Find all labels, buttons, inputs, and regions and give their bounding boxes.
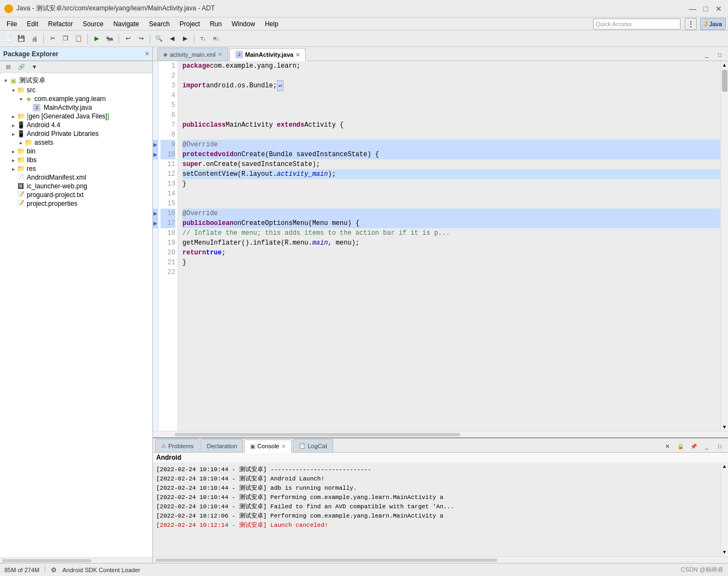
console-pin-btn[interactable]: 📌 xyxy=(688,440,700,452)
menu-source[interactable]: Source xyxy=(78,19,108,29)
code-line-5[interactable] xyxy=(182,100,720,110)
console-h-scrollbar[interactable] xyxy=(153,556,728,563)
menu-window[interactable]: Window xyxy=(227,19,259,29)
java-perspective-button[interactable]: J Java xyxy=(700,18,726,30)
code-line-8[interactable] xyxy=(182,130,720,140)
editor-scroll-area[interactable]: 1 2 3 4 5 6 7 8 9 10 11 12 13 14 15 16 1 xyxy=(158,61,720,431)
console-scroll-up[interactable]: ▲ xyxy=(721,463,728,471)
tree-arrow-android44[interactable]: ▸ xyxy=(10,122,16,128)
pe-collapse-all[interactable]: ⊟ xyxy=(2,61,14,73)
tree-item-project-props[interactable]: 📝 project.properties xyxy=(0,199,152,208)
menu-refactor[interactable]: Refactor xyxy=(44,19,77,29)
menu-file[interactable]: File xyxy=(2,19,21,29)
menu-search[interactable]: Search xyxy=(145,19,174,29)
console-content[interactable]: ▲ ▼ [2022-02-24 10:10:44 - 测试安卓] -------… xyxy=(153,463,728,556)
tree-item-res[interactable]: ▸ 📁 res xyxy=(0,164,152,173)
tree-arrow-private-libs[interactable]: ▸ xyxy=(10,131,16,137)
tree-item-launcher[interactable]: 🖼 ic_launcher-web.png xyxy=(0,182,152,191)
tree-item-root[interactable]: ▾ ▣ 测试安卓 xyxy=(0,75,152,86)
tree-arrow-assets[interactable]: ▸ xyxy=(17,140,24,146)
tb-paste[interactable]: 📋 xyxy=(73,33,85,45)
code-line-16[interactable]: @Override xyxy=(182,209,720,218)
code-line-15[interactable] xyxy=(182,199,720,209)
code-line-1[interactable]: package com.example.yang.learn; xyxy=(182,61,720,71)
code-line-4[interactable] xyxy=(182,91,720,100)
tb-back[interactable]: ◀ xyxy=(166,33,178,45)
tab-java-close[interactable]: ✕ xyxy=(295,52,300,58)
tab-xml-close[interactable]: ✕ xyxy=(218,51,222,57)
tree-arrow-bin[interactable]: ▸ xyxy=(10,149,16,155)
close-button[interactable]: ✕ xyxy=(714,4,724,14)
tb-undo[interactable]: ↩ xyxy=(122,33,134,45)
tab-xml[interactable]: ◈ activity_main.xml ✕ xyxy=(157,47,228,61)
tree-item-proguard[interactable]: 📝 proguard-project.txt xyxy=(0,191,152,199)
tree-arrow-src[interactable]: ▾ xyxy=(10,87,16,93)
tb-open-type[interactable]: T↓ xyxy=(197,33,209,45)
tab-problems[interactable]: ⚠ Problems xyxy=(155,439,199,452)
code-line-11[interactable]: super.onCreate(savedInstanceState); xyxy=(182,159,720,169)
tab-console-close[interactable]: ✕ xyxy=(281,443,286,449)
tb-copy[interactable]: ❐ xyxy=(60,33,72,45)
tb-run[interactable]: ▶ xyxy=(91,33,103,45)
tree-arrow-package[interactable]: ▾ xyxy=(17,96,24,102)
tree-item-assets[interactable]: ▸ 📁 assets xyxy=(0,138,152,147)
tab-console[interactable]: ▣ Console ✕ xyxy=(244,440,292,453)
menu-run[interactable]: Run xyxy=(205,19,226,29)
editor-h-scrollbar[interactable] xyxy=(153,431,728,437)
menu-project[interactable]: Project xyxy=(175,19,204,29)
console-scrollbar[interactable]: ▲ ▼ xyxy=(720,463,728,556)
code-line-6[interactable] xyxy=(182,110,720,120)
console-clear-btn[interactable]: ✕ xyxy=(661,440,673,452)
pe-link-editor[interactable]: 🔗 xyxy=(15,61,27,73)
code-line-13[interactable]: } xyxy=(182,179,720,189)
tree-arrow-gen[interactable]: ▸ xyxy=(10,114,16,120)
pe-scrollbar[interactable] xyxy=(0,557,152,563)
code-line-12[interactable]: setContentView(R.layout.activity_main); xyxy=(182,169,720,179)
quick-access-input[interactable]: Quick Access xyxy=(593,19,680,29)
console-scroll-down[interactable]: ▼ xyxy=(721,549,728,556)
tb-redo[interactable]: ↪ xyxy=(135,33,147,45)
code-line-3[interactable]: import android.os.Bundle;↵ xyxy=(182,81,720,91)
code-line-18[interactable]: // Inflate the menu; this adds items to … xyxy=(182,228,720,238)
tree-arrow-libs[interactable]: ▸ xyxy=(10,157,16,163)
editor-right-scrollbar[interactable]: ▲ ▼ xyxy=(720,61,728,431)
code-line-9[interactable]: @Override xyxy=(182,140,720,150)
tree-item-package[interactable]: ▾ ◈ com.example.yang.learn xyxy=(0,94,152,103)
tb-cut[interactable]: ✂ xyxy=(46,33,58,45)
tb-forward[interactable]: ▶ xyxy=(179,33,191,45)
tree-item-mainactivity[interactable]: J MainActivity.java xyxy=(0,103,152,112)
tree-item-gen[interactable]: ▸ 📁 [gen [Generated Java Files]] xyxy=(0,112,152,121)
scroll-down-btn[interactable]: ▼ xyxy=(721,423,728,431)
menu-edit[interactable]: Edit xyxy=(22,19,43,29)
code-line-10[interactable]: protected void onCreate(Bundle savedInst… xyxy=(182,150,720,159)
code-line-21[interactable]: } xyxy=(182,258,720,268)
tb-open-resource[interactable]: R↓ xyxy=(210,33,222,45)
editor-min-btn[interactable]: _ xyxy=(701,49,713,61)
editor-max-btn[interactable]: □ xyxy=(714,49,726,61)
menu-help[interactable]: Help xyxy=(261,19,283,29)
tb-debug[interactable]: 🐜 xyxy=(104,33,116,45)
code-line-7[interactable]: public class MainActivity extends Activi… xyxy=(182,120,720,130)
maximize-button[interactable]: □ xyxy=(701,4,711,14)
tree-item-bin[interactable]: ▸ 📁 bin xyxy=(0,147,152,156)
tb-new[interactable]: 📄 xyxy=(2,33,14,45)
tree-item-private-libs[interactable]: ▸ 📱 Android Private Libraries xyxy=(0,129,152,138)
bottom-min-btn[interactable]: _ xyxy=(701,440,713,452)
pe-close-icon[interactable]: ✕ xyxy=(145,51,149,57)
tab-logcat[interactable]: 📋 LogCat xyxy=(293,439,333,452)
code-line-17[interactable]: public boolean onCreateOptionsMenu(Menu … xyxy=(182,218,720,228)
tree-item-android44[interactable]: ▸ 📱 Android 4.4 xyxy=(0,121,152,129)
menu-navigate[interactable]: Navigate xyxy=(109,19,143,29)
tree-item-manifest[interactable]: 📄 AndroidManifest.xml xyxy=(0,173,152,182)
tb-print[interactable]: 🖨 xyxy=(28,33,40,45)
code-line-20[interactable]: return true; xyxy=(182,248,720,258)
code-line-19[interactable]: getMenuInflater().inflate(R.menu.main, m… xyxy=(182,238,720,248)
scroll-up-btn[interactable]: ▲ xyxy=(721,61,728,69)
code-line-2[interactable] xyxy=(182,71,720,81)
code-line-22[interactable] xyxy=(182,268,720,277)
bottom-max-btn[interactable]: □ xyxy=(714,440,726,452)
code-line-14[interactable] xyxy=(182,189,720,199)
tb-save[interactable]: 💾 xyxy=(15,33,27,45)
tb-search[interactable]: 🔍 xyxy=(153,33,165,45)
perspective-list-button[interactable]: ⋮ xyxy=(685,18,697,30)
